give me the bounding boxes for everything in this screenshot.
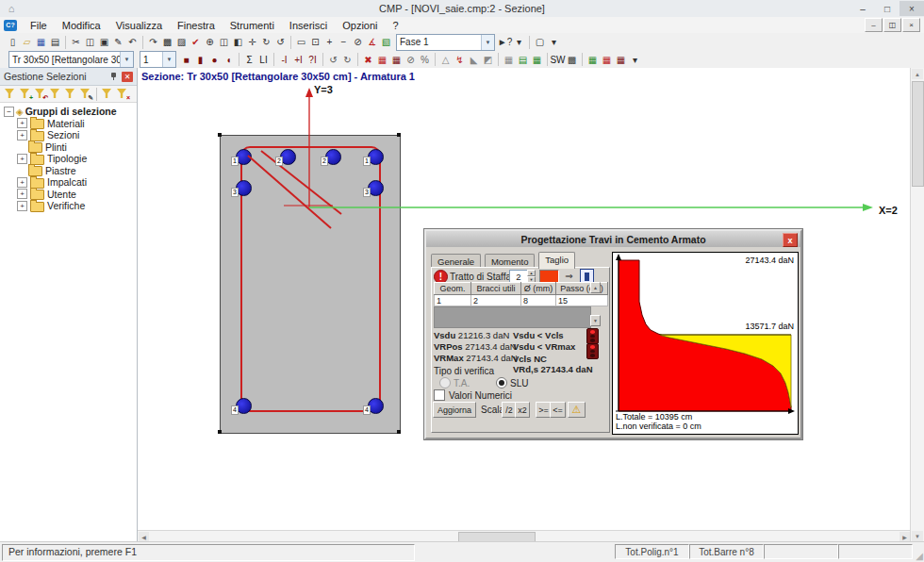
radio-icon[interactable] (439, 377, 451, 388)
slope-tool-icon[interactable]: ◣ (467, 52, 481, 67)
filter-apply-icon[interactable] (101, 88, 114, 100)
table-cell[interactable]: 2 (471, 295, 521, 306)
section-grid-dark-icon[interactable]: ▦ (614, 52, 628, 67)
cut-icon[interactable]: ✂ (69, 35, 83, 50)
table-scrollbar[interactable]: ▲ ▼ (590, 282, 601, 326)
rebar-rect-icon[interactable]: ▮ (193, 52, 207, 67)
rotate-right-icon[interactable]: ↻ (340, 52, 355, 67)
table-header[interactable]: Bracci utili (471, 283, 521, 295)
table-header[interactable]: Ø (mm) (521, 283, 556, 295)
tree-item-plinti[interactable]: Plinti (17, 141, 137, 153)
chevron-down-icon[interactable]: ▼ (481, 35, 494, 50)
scrollbar-thumb[interactable] (912, 81, 924, 187)
copy-icon[interactable]: ◫ (83, 35, 97, 50)
tab-taglio[interactable]: Taglio (538, 252, 575, 269)
zoom-extents-icon[interactable]: ⊘ (351, 35, 365, 50)
close-button[interactable]: × (899, 1, 924, 16)
tree-item-impalcati[interactable]: +Impalcati (17, 176, 137, 188)
hatch-icon[interactable]: ▤ (516, 52, 530, 67)
context-help-icon[interactable]: ►? (498, 35, 512, 50)
menu-inserisci[interactable]: Inserisci (282, 18, 335, 33)
minimize-button[interactable]: – (850, 1, 875, 16)
panel-close-icon[interactable]: ✕ (122, 72, 133, 82)
rotate-view-icon[interactable]: ↻ (259, 35, 273, 50)
radio-ta[interactable]: T.A. (439, 377, 470, 388)
mdi-minimize-button[interactable]: – (865, 18, 883, 32)
aggiorna-button[interactable]: Aggiorna (433, 402, 476, 418)
slope2-tool-icon[interactable]: ◩ (481, 52, 495, 67)
verify-check-icon[interactable]: ✔ (189, 35, 203, 50)
section-grid-green-icon[interactable]: ▦ (586, 52, 600, 67)
bar-add-icon[interactable]: +I (291, 52, 305, 67)
menu-strumenti[interactable]: Strumenti (223, 18, 282, 33)
table-row[interactable]: 12815 (435, 295, 608, 306)
snapshot-icon[interactable]: ▧ (379, 35, 393, 50)
filter-new-icon[interactable] (4, 88, 17, 100)
less-equal-button[interactable]: <= (550, 402, 566, 418)
menu-modifica[interactable]: Modifica (55, 18, 108, 33)
paste-icon[interactable]: ▣ (97, 35, 111, 50)
menu-visualizza[interactable]: Visualizza (108, 18, 170, 33)
zoom-out-icon[interactable]: − (337, 35, 351, 50)
tree-item-tipologie[interactable]: +Tipologie (17, 153, 137, 164)
profile-sigma-icon[interactable]: Σ (242, 52, 256, 67)
bar-query-icon[interactable]: ?I (305, 52, 320, 67)
selection-dropdown-icon[interactable]: ▾ (547, 35, 561, 50)
scroll-up-icon[interactable]: ▲ (912, 69, 923, 79)
vertical-scrollbar[interactable]: ▲ ▼ (910, 68, 924, 542)
section-handle[interactable] (218, 133, 222, 137)
pin-icon[interactable] (109, 72, 118, 81)
rebar-square-icon[interactable]: ■ (179, 52, 193, 67)
orbit-view-icon[interactable]: ↺ (273, 35, 288, 50)
print-preview-icon[interactable]: ▩ (160, 35, 174, 50)
pan-hand-icon[interactable]: ⊕ (203, 35, 217, 50)
tree-item-verifiche[interactable]: +Verifiche (17, 200, 137, 211)
undo-icon[interactable]: ↶ (125, 35, 140, 50)
menu-file[interactable]: File (23, 18, 55, 33)
scroll-up-icon[interactable]: ▲ (590, 282, 601, 293)
tree-item-utente[interactable]: +Utente (17, 189, 137, 200)
radio-icon[interactable] (496, 377, 507, 388)
document-icon[interactable]: C? (4, 20, 17, 31)
scroll-down-icon[interactable]: ▼ (912, 531, 923, 541)
dialog-title-bar[interactable]: Progettazione Travi in Cemento Armato x (426, 231, 800, 247)
stirrup-table[interactable]: Geom.Bracci utiliØ (mm)Passo (cm)12815 (434, 282, 608, 306)
selection-rect-icon[interactable]: ▢ (533, 35, 547, 50)
tile-horizontal-icon[interactable]: ◧ (231, 35, 245, 50)
menu-help[interactable]: ? (386, 18, 406, 33)
stirrup-add-icon[interactable]: ▦ (389, 52, 404, 67)
stepper-up-icon[interactable]: ▲ (527, 270, 536, 276)
rotate-left-icon[interactable]: ↺ (326, 52, 340, 67)
tree-expand-icon[interactable]: + (17, 201, 27, 211)
tile-vertical-icon[interactable]: ◫ (217, 35, 231, 50)
stirrup-edit-icon[interactable]: ▦ (375, 52, 389, 67)
no-fill-icon[interactable]: ⊘ (404, 52, 418, 67)
tree-root[interactable]: − ◈ Gruppi di selezione (4, 106, 137, 117)
tree-expand-icon[interactable]: + (17, 189, 27, 199)
checkbox-icon[interactable] (434, 389, 445, 401)
tree-item-sezioni[interactable]: +Sezioni (17, 129, 137, 140)
section-handle[interactable] (397, 430, 401, 434)
print-icon[interactable]: ▤ (48, 35, 62, 50)
valori-numerici-checkbox[interactable]: Valori Numerici (434, 389, 512, 401)
chevron-down-icon[interactable]: ▼ (162, 52, 175, 67)
tree-expand-icon[interactable]: + (17, 154, 27, 164)
section-handle[interactable] (397, 133, 401, 137)
table-cell[interactable]: 1 (435, 295, 471, 306)
node-tool-icon[interactable]: △ (438, 52, 453, 67)
tree-expand-icon[interactable]: + (17, 177, 27, 188)
delete-bars-icon[interactable]: ✖ (361, 52, 375, 67)
table-header[interactable]: Geom. (435, 283, 471, 295)
section-grid-red-icon[interactable]: ▦ (600, 52, 614, 67)
tree-expand-icon[interactable]: + (17, 118, 27, 128)
new-icon[interactable]: ▯ (6, 35, 20, 50)
percent-icon[interactable]: % (418, 52, 432, 67)
filter-rename-icon[interactable]: ✎ (79, 88, 92, 100)
tree-expand-icon[interactable]: + (17, 130, 27, 140)
more-dropdown-icon[interactable]: ▾ (628, 52, 642, 67)
sw-grid-icon[interactable]: ▩ (565, 52, 579, 67)
help-dropdown-icon[interactable]: ▾ (512, 35, 526, 50)
menu-opzioni[interactable]: Opzioni (335, 18, 385, 33)
image-export-icon[interactable]: ▨ (174, 35, 189, 50)
apply-to-all-icon[interactable]: ⇒ (562, 270, 576, 282)
